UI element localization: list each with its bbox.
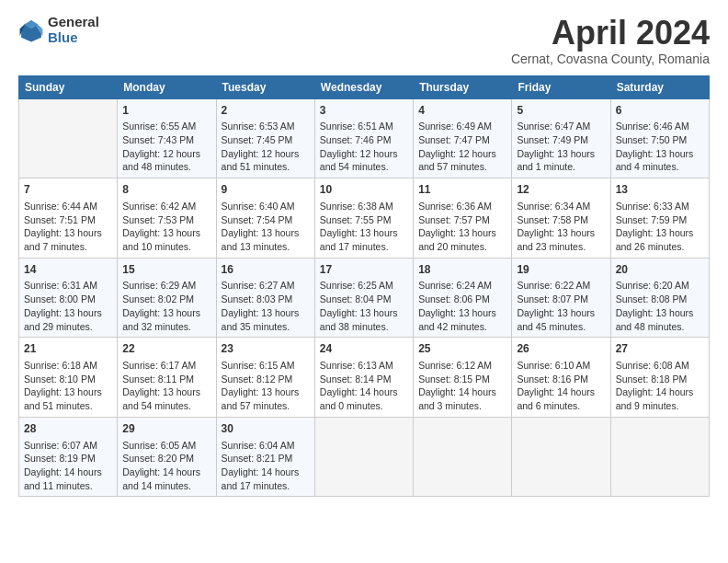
sunrise-text: Sunrise: 6:38 AM bbox=[320, 201, 393, 212]
calendar-cell: 15Sunrise: 6:29 AMSunset: 8:02 PMDayligh… bbox=[118, 258, 216, 338]
sunrise-text: Sunrise: 6:22 AM bbox=[517, 280, 590, 291]
sunset-text: Sunset: 7:49 PM bbox=[517, 134, 588, 145]
calendar-cell: 5Sunrise: 6:47 AMSunset: 7:49 PMDaylight… bbox=[512, 98, 610, 178]
sunset-text: Sunset: 8:07 PM bbox=[517, 293, 588, 304]
calendar-cell: 9Sunrise: 6:40 AMSunset: 7:54 PMDaylight… bbox=[216, 178, 314, 259]
sunset-text: Sunset: 7:59 PM bbox=[616, 214, 688, 225]
daylight-text: Daylight: 12 hours and 48 minutes. bbox=[122, 148, 200, 173]
sunset-text: Sunset: 7:43 PM bbox=[122, 134, 194, 145]
day-number: 25 bbox=[418, 341, 506, 357]
sunset-text: Sunset: 7:47 PM bbox=[418, 134, 490, 145]
calendar-cell bbox=[610, 417, 709, 497]
daylight-text: Daylight: 13 hours and 10 minutes. bbox=[122, 227, 200, 252]
sunset-text: Sunset: 8:04 PM bbox=[320, 293, 392, 304]
daylight-text: Daylight: 13 hours and 32 minutes. bbox=[122, 307, 200, 332]
header-day-wednesday: Wednesday bbox=[314, 75, 413, 98]
sunset-text: Sunset: 7:54 PM bbox=[222, 214, 293, 225]
sunrise-text: Sunrise: 6:07 AM bbox=[24, 440, 97, 451]
day-number: 13 bbox=[616, 182, 704, 198]
day-number: 2 bbox=[222, 103, 310, 119]
sunset-text: Sunset: 8:11 PM bbox=[122, 373, 194, 385]
day-number: 9 bbox=[222, 182, 310, 198]
sunrise-text: Sunrise: 6:17 AM bbox=[122, 360, 196, 371]
sunrise-text: Sunrise: 6:42 AM bbox=[122, 201, 196, 212]
day-number: 11 bbox=[418, 182, 506, 198]
day-number: 3 bbox=[320, 103, 408, 119]
sunset-text: Sunset: 7:55 PM bbox=[320, 214, 392, 225]
sunrise-text: Sunrise: 6:15 AM bbox=[222, 360, 295, 371]
day-number: 10 bbox=[320, 182, 408, 198]
daylight-text: Daylight: 13 hours and 42 minutes. bbox=[418, 307, 496, 332]
day-number: 21 bbox=[24, 341, 112, 357]
daylight-text: Daylight: 13 hours and 4 minutes. bbox=[616, 148, 694, 173]
daylight-text: Daylight: 13 hours and 38 minutes. bbox=[320, 307, 398, 332]
day-number: 19 bbox=[517, 262, 605, 278]
day-number: 22 bbox=[122, 341, 210, 357]
calendar-cell: 20Sunrise: 6:20 AMSunset: 8:08 PMDayligh… bbox=[610, 258, 709, 338]
daylight-text: Daylight: 13 hours and 13 minutes. bbox=[222, 227, 300, 252]
calendar-cell: 26Sunrise: 6:10 AMSunset: 8:16 PMDayligh… bbox=[512, 338, 610, 418]
sunset-text: Sunset: 8:20 PM bbox=[122, 453, 194, 464]
header: General Blue April 2024 Cernat, Covasna … bbox=[18, 15, 710, 66]
daylight-text: Daylight: 14 hours and 14 minutes. bbox=[122, 466, 200, 491]
daylight-text: Daylight: 13 hours and 17 minutes. bbox=[320, 227, 398, 252]
day-number: 28 bbox=[24, 421, 112, 437]
sunrise-text: Sunrise: 6:40 AM bbox=[222, 201, 295, 212]
sunset-text: Sunset: 7:50 PM bbox=[616, 134, 688, 145]
logo-text: General Blue bbox=[48, 15, 99, 45]
sunrise-text: Sunrise: 6:47 AM bbox=[517, 121, 590, 132]
calendar-cell: 3Sunrise: 6:51 AMSunset: 7:46 PMDaylight… bbox=[314, 98, 413, 178]
sunset-text: Sunset: 8:10 PM bbox=[24, 373, 96, 385]
calendar-cell: 11Sunrise: 6:36 AMSunset: 7:57 PMDayligh… bbox=[414, 178, 512, 259]
logo-icon bbox=[18, 17, 44, 43]
sunset-text: Sunset: 8:15 PM bbox=[418, 373, 490, 385]
calendar-cell: 28Sunrise: 6:07 AMSunset: 8:19 PMDayligh… bbox=[19, 417, 118, 497]
day-number: 29 bbox=[122, 421, 210, 437]
day-number: 6 bbox=[616, 103, 704, 119]
daylight-text: Daylight: 13 hours and 35 minutes. bbox=[222, 307, 300, 332]
calendar-cell: 7Sunrise: 6:44 AMSunset: 7:51 PMDaylight… bbox=[19, 178, 118, 259]
day-number: 17 bbox=[320, 262, 408, 278]
calendar-cell: 6Sunrise: 6:46 AMSunset: 7:50 PMDaylight… bbox=[610, 98, 709, 178]
sunrise-text: Sunrise: 6:25 AM bbox=[320, 280, 393, 291]
daylight-text: Daylight: 13 hours and 45 minutes. bbox=[517, 307, 595, 332]
sunset-text: Sunset: 7:57 PM bbox=[418, 214, 490, 225]
calendar-cell: 29Sunrise: 6:05 AMSunset: 8:20 PMDayligh… bbox=[118, 417, 216, 497]
header-day-saturday: Saturday bbox=[610, 75, 709, 98]
day-number: 14 bbox=[24, 262, 112, 278]
sunset-text: Sunset: 7:45 PM bbox=[222, 134, 293, 145]
daylight-text: Daylight: 13 hours and 26 minutes. bbox=[616, 227, 694, 252]
sunrise-text: Sunrise: 6:24 AM bbox=[418, 280, 492, 291]
daylight-text: Daylight: 13 hours and 7 minutes. bbox=[24, 227, 102, 252]
sunset-text: Sunset: 8:02 PM bbox=[122, 293, 194, 304]
calendar-week-row: 7Sunrise: 6:44 AMSunset: 7:51 PMDaylight… bbox=[19, 178, 710, 259]
daylight-text: Daylight: 13 hours and 20 minutes. bbox=[418, 227, 496, 252]
daylight-text: Daylight: 14 hours and 9 minutes. bbox=[616, 386, 694, 411]
calendar-cell: 24Sunrise: 6:13 AMSunset: 8:14 PMDayligh… bbox=[314, 338, 413, 418]
day-number: 7 bbox=[24, 182, 112, 198]
sunset-text: Sunset: 7:51 PM bbox=[24, 214, 96, 225]
logo-blue-text: Blue bbox=[48, 30, 99, 46]
header-day-friday: Friday bbox=[512, 75, 610, 98]
calendar-cell: 8Sunrise: 6:42 AMSunset: 7:53 PMDaylight… bbox=[118, 178, 216, 259]
sunrise-text: Sunrise: 6:53 AM bbox=[222, 121, 295, 132]
calendar-cell: 14Sunrise: 6:31 AMSunset: 8:00 PMDayligh… bbox=[19, 258, 118, 338]
day-number: 1 bbox=[122, 103, 210, 119]
day-number: 16 bbox=[222, 262, 310, 278]
sunrise-text: Sunrise: 6:44 AM bbox=[24, 201, 97, 212]
header-day-monday: Monday bbox=[118, 75, 216, 98]
calendar-cell: 10Sunrise: 6:38 AMSunset: 7:55 PMDayligh… bbox=[314, 178, 413, 259]
sunrise-text: Sunrise: 6:27 AM bbox=[222, 280, 295, 291]
logo: General Blue bbox=[18, 15, 99, 45]
sunset-text: Sunset: 8:16 PM bbox=[517, 373, 588, 385]
daylight-text: Daylight: 13 hours and 57 minutes. bbox=[222, 386, 300, 411]
sunset-text: Sunset: 7:46 PM bbox=[320, 134, 392, 145]
sunrise-text: Sunrise: 6:10 AM bbox=[517, 360, 590, 371]
logo-general-text: General bbox=[48, 15, 99, 30]
page-container: General Blue April 2024 Cernat, Covasna … bbox=[18, 15, 710, 497]
sunrise-text: Sunrise: 6:31 AM bbox=[24, 280, 97, 291]
calendar-subtitle: Cernat, Covasna County, Romania bbox=[511, 52, 710, 66]
sunset-text: Sunset: 8:12 PM bbox=[222, 373, 293, 385]
day-number: 27 bbox=[616, 341, 704, 357]
daylight-text: Daylight: 13 hours and 1 minute. bbox=[517, 148, 595, 173]
